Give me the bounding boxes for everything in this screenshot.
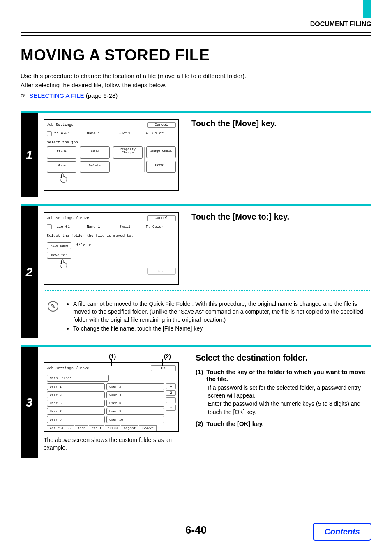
move-button[interactable]: Move [47,161,76,173]
tab-efghi[interactable]: EFGHI [89,425,104,431]
delete-button[interactable]: Delete [80,161,109,173]
property-change-button[interactable]: Property Change [113,146,143,159]
folder-user-3[interactable]: User 3 [47,391,105,398]
hand-cursor-icon [59,259,68,270]
intro-text: Use this procedure to change the locatio… [21,72,371,90]
folder-user-5[interactable]: User 5 [47,400,105,407]
step-3-title: Select the destination folder. [196,353,371,363]
folder-user-4[interactable]: User 4 [106,391,164,398]
dotted-divider [44,290,371,291]
file-name: file-01 [54,132,84,136]
folder-user-10[interactable]: User 10 [106,416,164,423]
move-panel: Job Settings / Move Cancel file-01 Name … [44,212,179,285]
file-icon [47,131,52,136]
file-author: Name 1 [87,132,117,136]
step-3: 3 (1) (2) Job Settings / Move OK Main Fo… [21,345,371,458]
pointer-icon: ☞ [21,92,26,99]
step-2-title: Touch the [Move to:] key. [191,212,289,222]
callout-1: (1) [93,353,132,360]
chapter-tab [363,0,371,18]
substep-1-num: (1) [196,368,203,382]
divider [21,35,371,36]
panel-title: Job Settings / Move [47,366,89,370]
file-author: Name 1 [87,225,117,229]
folder-user-8[interactable]: User 8 [106,408,164,415]
folder-user-2[interactable]: User 2 [106,383,164,390]
note-item: To change the file name, touch the [File… [73,325,371,333]
contents-button[interactable]: Contents [313,523,371,541]
panel-subtext: Select the folder the file is moved to. [47,231,176,240]
step-number: 3 [26,395,33,409]
send-button[interactable]: Send [80,146,109,159]
move-action-button[interactable]: Move [147,268,176,275]
substep-2-head: Touch the [OK] key. [206,420,263,427]
file-name-field: file-01 [74,243,99,248]
tab-abcd[interactable]: ABCD [75,425,88,431]
print-button[interactable]: Print [47,146,76,159]
file-icon [47,224,52,229]
panel-subtext: Select the job. [47,138,176,146]
folder-user-9[interactable]: User 9 [47,416,105,423]
page-title: MOVING A STORED FILE [21,46,371,64]
step-1-title: Touch the [Move] key. [191,119,371,128]
file-size: 8½x11 [119,132,143,136]
note-item: A file cannot be moved to the Quick File… [73,300,371,324]
panel-title: Job Settings / Move [47,216,89,220]
step-number: 2 [26,265,33,279]
scroll-down-button[interactable]: ⬇ [166,405,176,411]
divider [144,147,145,172]
tab-jklmn[interactable]: JKLMN [105,425,120,431]
substep-2-num: (2) [196,420,203,427]
step-number: 1 [26,148,33,162]
tab-opqrst[interactable]: OPQRST [121,425,138,431]
file-color: F. Color [146,225,176,229]
substep-1-head: Touch the key of the folder to which you… [206,368,371,382]
file-name: file-01 [54,225,84,229]
image-check-button[interactable]: Image Check [146,146,176,158]
link-selecting-file[interactable]: SELECTING A FILE [29,92,84,99]
panel-title: Job Settings [47,123,74,127]
step-2: 2 Job Settings / Move Cancel file-01 [21,204,371,338]
file-color: F. Color [146,132,176,136]
page-indicator-2: 2 [166,390,176,396]
folder-user-6[interactable]: User 6 [106,400,164,407]
folder-user-1[interactable]: User 1 [47,383,105,390]
callout-marker [111,359,112,366]
page-indicator-1: 1 [166,383,176,389]
scroll-up-button[interactable]: ⬆ [166,397,176,403]
link-page-ref: (page 6-28) [86,92,118,99]
note-icon: ✎ [48,301,58,312]
tab-uvwxyz[interactable]: UVWXYZ [139,425,157,431]
file-size: 8½x11 [119,225,143,229]
callout-marker [162,359,163,366]
main-folder-button[interactable]: Main Folder [47,375,109,382]
hand-cursor-icon [59,173,68,184]
detail-button[interactable]: Detail [146,161,176,173]
job-settings-panel: Job Settings Cancel file-01 Name 1 8½x11… [44,119,179,191]
substep-1-body: If a password is set for the selected fo… [208,384,371,416]
ok-button[interactable]: OK [151,365,176,371]
step-1: 1 Job Settings Cancel file-01 Name 1 8½x… [21,111,371,197]
folder-user-7[interactable]: User 7 [47,408,105,415]
cancel-button[interactable]: Cancel [147,122,176,128]
panel-caption: The above screen shows the custom folder… [44,436,183,452]
folder-select-panel: Job Settings / Move OK Main Folder User … [44,362,179,432]
section-header: DOCUMENT FILING [21,21,371,33]
callout-2: (2) [132,353,171,360]
move-to-button[interactable]: Move to: [47,252,71,259]
tab-all-folders[interactable]: All Folders [47,425,74,431]
cancel-button[interactable]: Cancel [147,215,176,221]
file-name-button[interactable]: File Name [47,242,71,249]
note-list: A file cannot be moved to the Quick File… [66,300,371,334]
